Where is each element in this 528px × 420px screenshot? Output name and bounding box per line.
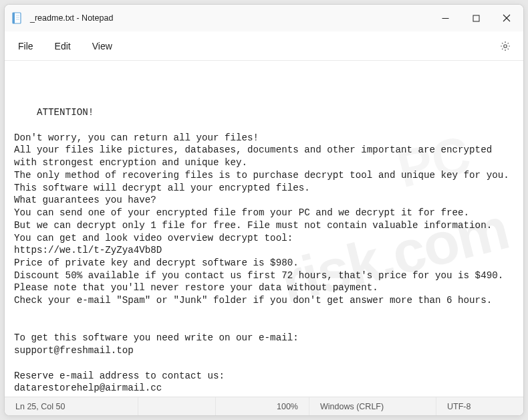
notepad-window: _readme.txt - Notepad File Edit View PC (4, 4, 524, 416)
status-zoom[interactable]: 100% (216, 397, 309, 415)
svg-rect-1 (13, 13, 15, 23)
svg-rect-6 (473, 15, 479, 21)
maximize-button[interactable] (460, 5, 491, 31)
watermark-icon: PC (390, 120, 477, 204)
menu-file[interactable]: File (11, 37, 48, 56)
menu-edit[interactable]: Edit (48, 37, 86, 56)
minimize-button[interactable] (430, 5, 460, 31)
notepad-app-icon (11, 12, 23, 24)
settings-button[interactable] (494, 35, 517, 58)
status-filler (138, 397, 216, 415)
close-button[interactable] (491, 5, 522, 31)
status-cursor-position[interactable]: Ln 25, Col 50 (5, 397, 138, 415)
status-encoding[interactable]: UTF-8 (436, 397, 523, 415)
status-line-ending[interactable]: Windows (CRLF) (309, 397, 436, 415)
titlebar[interactable]: _readme.txt - Notepad (5, 5, 523, 31)
window-title: _readme.txt - Notepad (30, 13, 430, 23)
document-text: ATTENTION! Don't worry, you can return a… (14, 107, 509, 397)
menu-view[interactable]: View (86, 37, 127, 56)
statusbar: Ln 25, Col 50 100% Windows (CRLF) UTF-8 (5, 397, 523, 415)
svg-point-9 (504, 44, 507, 47)
window-controls (430, 5, 522, 31)
text-editor-area[interactable]: PC risk.com ATTENTION! Don't worry, you … (5, 61, 523, 397)
menubar: File Edit View (5, 31, 523, 61)
